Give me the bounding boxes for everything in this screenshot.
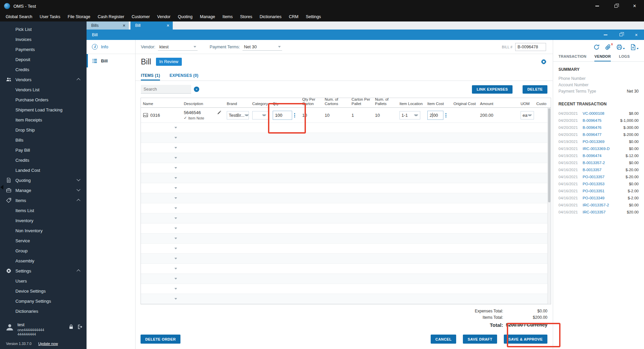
sidebar-item-users[interactable]: Users bbox=[0, 276, 87, 286]
sidebar-item-settings[interactable]: Settings bbox=[0, 266, 87, 276]
menu-item-stores[interactable]: Stores bbox=[236, 14, 256, 19]
menu-item-user-tasks[interactable]: User Tasks bbox=[36, 14, 64, 19]
bill-close-button[interactable]: × bbox=[629, 30, 644, 40]
table-row[interactable]: 0316 5646546 ✓ Item Note bbox=[141, 108, 551, 123]
table-empty-row[interactable] bbox=[141, 183, 551, 193]
table-empty-row[interactable] bbox=[141, 153, 551, 163]
table-empty-row[interactable] bbox=[141, 193, 551, 203]
sidebar-item-pay-bill[interactable]: Pay Bill bbox=[0, 145, 87, 155]
menu-item-vendor[interactable]: Vendor bbox=[154, 14, 174, 19]
sidebar-item-dictionaries[interactable]: Dictionaries bbox=[0, 306, 87, 316]
print-icon[interactable] bbox=[616, 44, 623, 50]
transaction-link[interactable]: PO-0013351 bbox=[583, 189, 604, 193]
tab-expenses[interactable]: EXPENSES (0) bbox=[169, 73, 198, 81]
export-icon[interactable] bbox=[630, 44, 636, 50]
header-cell-num-of-pallets[interactable]: Num. of Pallets bbox=[373, 98, 397, 107]
menu-item-file-storage[interactable]: File Storage bbox=[64, 14, 94, 19]
sidebar-item-service[interactable]: Service bbox=[0, 236, 87, 246]
header-cell-amount[interactable]: Amount bbox=[478, 98, 519, 107]
header-cell-num-of-cartons[interactable]: Num. of Cartons bbox=[323, 98, 350, 107]
qty-input[interactable]: 100 bbox=[273, 111, 292, 120]
sidebar-item-group[interactable]: Group bbox=[0, 246, 87, 256]
header-cell-description[interactable]: Description bbox=[182, 98, 225, 107]
table-empty-row[interactable] bbox=[141, 284, 551, 294]
transaction-link[interactable]: PO-0013349 bbox=[583, 196, 604, 200]
cancel-button[interactable]: CANCEL bbox=[431, 335, 456, 344]
table-empty-row[interactable] bbox=[141, 234, 551, 244]
sidebar-item-quoting[interactable]: Quoting bbox=[0, 175, 87, 185]
transaction-link[interactable]: IRC-0013357 bbox=[583, 210, 605, 214]
table-empty-row[interactable] bbox=[141, 163, 551, 173]
sidebar-item-drop-ship[interactable]: Drop Ship bbox=[0, 125, 87, 135]
sidebar-item-credits[interactable]: Credits bbox=[0, 155, 87, 165]
table-empty-row[interactable] bbox=[141, 223, 551, 234]
transaction-link[interactable]: B-0013357 bbox=[583, 168, 601, 172]
uom-select[interactable]: ea bbox=[521, 111, 534, 119]
transaction-link[interactable]: PO-0013369 bbox=[583, 140, 604, 144]
brand-select[interactable]: TestBr... bbox=[227, 111, 249, 119]
header-cell-carton-per-pallet[interactable]: Carton Per Pallet bbox=[350, 98, 373, 107]
update-now-link[interactable]: Update now bbox=[38, 342, 58, 346]
right-panel-tab-logs[interactable]: LOGS bbox=[619, 54, 630, 61]
sidebar-item-item-receipts[interactable]: Item Receipts bbox=[0, 115, 87, 125]
kebab-menu-icon[interactable] bbox=[445, 113, 446, 117]
sidebar-collapse-arrow[interactable] bbox=[0, 185, 3, 190]
header-cell-name[interactable]: Name bbox=[141, 98, 182, 107]
item-cost-input[interactable]: 200 bbox=[427, 111, 443, 120]
close-icon[interactable]: × bbox=[167, 23, 169, 28]
kebab-menu-icon[interactable] bbox=[294, 113, 295, 117]
table-empty-row[interactable] bbox=[141, 173, 551, 183]
sidebar-item-landed-cost[interactable]: Landed Cost bbox=[0, 165, 87, 175]
restore-button[interactable] bbox=[606, 0, 625, 12]
header-cell-custo[interactable]: Custo bbox=[534, 98, 551, 107]
sidebar-item-deposit[interactable]: Deposit bbox=[0, 54, 87, 64]
item-location-select[interactable]: 1-1 bbox=[399, 111, 420, 119]
table-empty-row[interactable] bbox=[141, 203, 551, 213]
table-empty-row[interactable] bbox=[141, 123, 551, 133]
table-empty-row[interactable] bbox=[141, 213, 551, 223]
tab-bill[interactable]: Bill × bbox=[130, 21, 173, 30]
header-cell-item-location[interactable]: Item Location bbox=[397, 98, 425, 107]
table-empty-row[interactable] bbox=[141, 264, 551, 274]
header-cell-qty-per-carton[interactable]: Qty Per Carton bbox=[300, 98, 323, 107]
sidebar-item-bills[interactable]: Bills bbox=[0, 135, 87, 145]
nav-item-info[interactable]: i Info bbox=[87, 40, 135, 54]
header-cell-original-cost[interactable]: Original Cost bbox=[451, 98, 478, 107]
link-expenses-button[interactable]: LINK EXPENSES bbox=[472, 85, 513, 94]
bill-number-input[interactable] bbox=[515, 43, 546, 51]
transaction-link[interactable]: B-0096475 bbox=[583, 118, 601, 122]
clear-search-icon[interactable]: × bbox=[194, 87, 199, 92]
sidebar-item-shipment-load-tracking[interactable]: Shipment Load Tracking bbox=[0, 105, 87, 115]
sidebar-item-non-inventory[interactable]: Non Inventory bbox=[0, 226, 87, 236]
menu-item-global-search[interactable]: Global Search bbox=[2, 14, 36, 19]
bill-restore-button[interactable] bbox=[613, 30, 629, 40]
bill-minimize-button[interactable] bbox=[598, 30, 613, 40]
menu-item-cash-register[interactable]: Cash Register bbox=[94, 14, 128, 19]
delete-order-button[interactable]: DELETE ORDER bbox=[141, 335, 180, 344]
menu-item-dictionaries[interactable]: Dictionaries bbox=[256, 14, 285, 19]
table-empty-row[interactable] bbox=[141, 133, 551, 143]
minimize-button[interactable] bbox=[588, 0, 606, 12]
save-draft-button[interactable]: SAVE DRAFT bbox=[463, 335, 497, 344]
transaction-link[interactable]: IRC-0013357-2 bbox=[583, 203, 609, 207]
scrollbar-thumb[interactable] bbox=[548, 108, 550, 202]
tab-items[interactable]: ITEMS (1) bbox=[141, 73, 160, 81]
menu-item-crm[interactable]: CRM bbox=[285, 14, 302, 19]
transaction-link[interactable]: B-0096476 bbox=[583, 126, 601, 130]
sidebar-item-purchase-orders[interactable]: Purchase Orders bbox=[0, 95, 87, 105]
sidebar-item-vendors-list[interactable]: Vendors List bbox=[0, 85, 87, 95]
delete-button[interactable]: DELETE bbox=[523, 85, 547, 94]
menu-item-customer[interactable]: Customer bbox=[128, 14, 153, 19]
sidebar-item-payments[interactable]: Payments bbox=[0, 44, 87, 54]
sidebar-item-invoices[interactable]: Invoices bbox=[0, 34, 87, 44]
save-approve-button[interactable]: SAVE & APPROVE bbox=[504, 335, 547, 344]
attachment-icon[interactable]: 0 bbox=[605, 44, 611, 50]
transaction-link[interactable]: VC-0000108 bbox=[583, 111, 604, 115]
refresh-icon[interactable] bbox=[593, 44, 600, 50]
close-icon[interactable]: × bbox=[123, 23, 125, 28]
transaction-link[interactable]: IRC-0013369-D bbox=[583, 147, 610, 151]
tab-bills[interactable]: Bills × bbox=[87, 21, 129, 30]
payment-terms-select[interactable]: Net 30 bbox=[243, 43, 282, 51]
category-select[interactable] bbox=[252, 111, 268, 119]
table-empty-row[interactable] bbox=[141, 274, 551, 284]
